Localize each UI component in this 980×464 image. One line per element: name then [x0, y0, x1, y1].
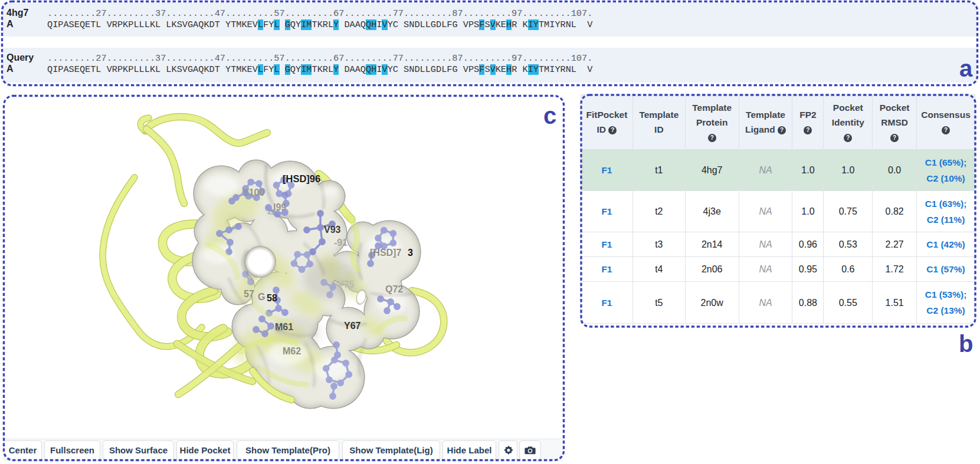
svg-text:Y67: Y67 — [344, 321, 361, 331]
svg-text:Y100: Y100 — [242, 187, 264, 198]
svg-text:-91: -91 — [334, 238, 348, 248]
svg-text:Q72: Q72 — [385, 284, 403, 294]
svg-text:3: 3 — [408, 248, 413, 258]
svg-text:V93: V93 — [324, 225, 341, 235]
svg-text:I99: I99 — [273, 202, 286, 212]
svg-text:M61: M61 — [275, 322, 293, 332]
svg-text:58: 58 — [267, 293, 277, 303]
svg-text:G: G — [258, 292, 265, 302]
svg-text:57: 57 — [244, 289, 254, 299]
svg-text:[HSD]7: [HSD]7 — [370, 248, 401, 258]
svg-text:M62: M62 — [283, 346, 301, 356]
svg-text:[HSD]96: [HSD]96 — [283, 173, 320, 184]
svg-text:V75: V75 — [337, 279, 355, 289]
